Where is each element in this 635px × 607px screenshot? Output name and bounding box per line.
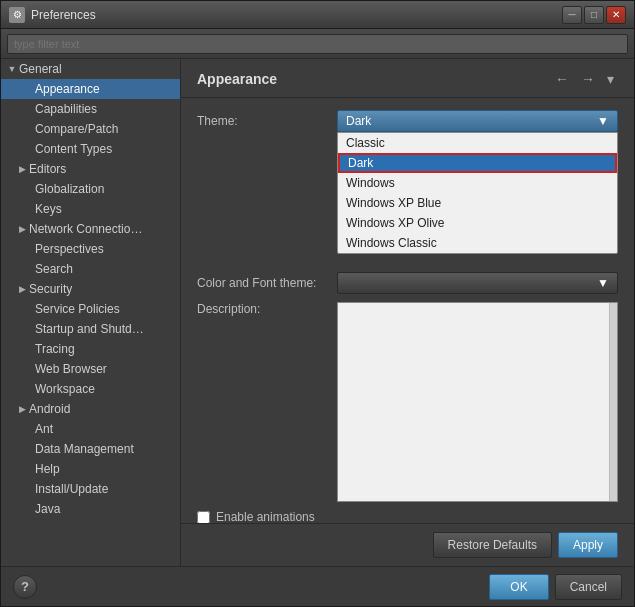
window-title: Preferences [31,8,562,22]
sidebar-label-help: Help [35,462,60,476]
arrow-editors: ▶ [15,162,29,176]
sidebar-item-general[interactable]: ▼ General [1,59,180,79]
arrow-compare-patch [21,122,35,136]
enable-animations-label: Enable animations [216,510,315,523]
arrow-security: ▶ [15,282,29,296]
sidebar-item-data-management[interactable]: Data Management [1,439,180,459]
nav-back-button[interactable]: ← [551,69,573,89]
window-icon: ⚙ [9,7,25,23]
theme-option-windows-xp-olive[interactable]: Windows XP Olive [338,213,617,233]
theme-option-dark[interactable]: Dark [338,153,617,173]
apply-button[interactable]: Apply [558,532,618,558]
right-panel: Appearance ← → ▾ Theme: Dark ▼ [181,59,634,566]
sidebar-label-tracing: Tracing [35,342,75,356]
arrow-globalization [21,182,35,196]
arrow-data-management [21,442,35,456]
sidebar-label-web-browser: Web Browser [35,362,107,376]
sidebar-item-service-policies[interactable]: Service Policies [1,299,180,319]
arrow-web-browser [21,362,35,376]
help-button[interactable]: ? [13,575,37,599]
sidebar-item-startup-shutdown[interactable]: Startup and Shutd… [1,319,180,339]
arrow-ant [21,422,35,436]
description-row: Description: [197,302,618,502]
sidebar-label-android: Android [29,402,70,416]
color-font-dropdown-button[interactable]: ▼ [337,272,618,294]
arrow-service-policies [21,302,35,316]
theme-row: Theme: Dark ▼ Classic Dark Windows Windo… [197,110,618,132]
arrow-perspectives [21,242,35,256]
sidebar-item-keys[interactable]: Keys [1,199,180,219]
description-scrollbar[interactable] [609,303,617,501]
sidebar-label-editors: Editors [29,162,66,176]
panel-body: Theme: Dark ▼ Classic Dark Windows Windo… [181,98,634,523]
theme-option-classic[interactable]: Classic [338,133,617,153]
arrow-workspace [21,382,35,396]
sidebar-item-ant[interactable]: Ant [1,419,180,439]
close-button[interactable]: ✕ [606,6,626,24]
arrow-keys [21,202,35,216]
theme-option-windows-classic[interactable]: Windows Classic [338,233,617,253]
sidebar-item-network-connections[interactable]: ▶ Network Connectio… [1,219,180,239]
arrow-search [21,262,35,276]
sidebar-item-java[interactable]: Java [1,499,180,519]
enable-animations-row: Enable animations [197,510,618,523]
sidebar-item-compare-patch[interactable]: Compare/Patch [1,119,180,139]
panel-header: Appearance ← → ▾ [181,59,634,98]
theme-option-windows[interactable]: Windows [338,173,617,193]
theme-dropdown-button[interactable]: Dark ▼ [337,110,618,132]
arrow-content-types [21,142,35,156]
arrow-tracing [21,342,35,356]
sidebar-item-content-types[interactable]: Content Types [1,139,180,159]
nav-forward-button[interactable]: → [577,69,599,89]
bottom-bar: ? OK Cancel [1,566,634,606]
sidebar-label-search: Search [35,262,73,276]
theme-dropdown-container: Dark ▼ Classic Dark Windows Windows XP B… [337,110,618,132]
sidebar-item-globalization[interactable]: Globalization [1,179,180,199]
panel-footer: Restore Defaults Apply [181,523,634,566]
sidebar-item-android[interactable]: ▶ Android [1,399,180,419]
nav-menu-button[interactable]: ▾ [603,69,618,89]
minimize-button[interactable]: ─ [562,6,582,24]
sidebar-label-general: General [19,62,62,76]
arrow-network: ▶ [15,222,29,236]
sidebar-item-install-update[interactable]: Install/Update [1,479,180,499]
maximize-button[interactable]: □ [584,6,604,24]
theme-label: Theme: [197,114,337,128]
main-content: ▼ General Appearance Capabilities Compar… [1,59,634,566]
sidebar-item-capabilities[interactable]: Capabilities [1,99,180,119]
sidebar-item-search[interactable]: Search [1,259,180,279]
color-font-label: Color and Font theme: [197,276,337,290]
sidebar-label-workspace: Workspace [35,382,95,396]
sidebar-label-appearance: Appearance [35,82,100,96]
sidebar-label-content-types: Content Types [35,142,112,156]
sidebar-item-workspace[interactable]: Workspace [1,379,180,399]
ok-button[interactable]: OK [489,574,548,600]
sidebar-label-ant: Ant [35,422,53,436]
sidebar-item-web-browser[interactable]: Web Browser [1,359,180,379]
sidebar-label-globalization: Globalization [35,182,104,196]
description-box [337,302,618,502]
sidebar-item-editors[interactable]: ▶ Editors [1,159,180,179]
title-bar: ⚙ Preferences ─ □ ✕ [1,1,634,29]
bottom-buttons: OK Cancel [489,574,622,600]
sidebar-label-perspectives: Perspectives [35,242,104,256]
restore-defaults-button[interactable]: Restore Defaults [433,532,552,558]
sidebar-item-help[interactable]: Help [1,459,180,479]
theme-option-windows-xp-blue[interactable]: Windows XP Blue [338,193,617,213]
sidebar-label-security: Security [29,282,72,296]
enable-animations-checkbox[interactable] [197,511,210,524]
color-font-arrow-icon: ▼ [597,276,609,290]
sidebar-item-tracing[interactable]: Tracing [1,339,180,359]
sidebar-item-appearance[interactable]: Appearance [1,79,180,99]
panel-title: Appearance [197,71,277,87]
sidebar-item-perspectives[interactable]: Perspectives [1,239,180,259]
dropdown-arrow-icon: ▼ [597,114,609,128]
sidebar-label-keys: Keys [35,202,62,216]
cancel-button[interactable]: Cancel [555,574,622,600]
arrow-install-update [21,482,35,496]
preferences-window: ⚙ Preferences ─ □ ✕ ▼ General Appearance… [0,0,635,607]
sidebar-item-security[interactable]: ▶ Security [1,279,180,299]
arrow-capabilities [21,102,35,116]
description-label: Description: [197,302,337,316]
filter-input[interactable] [7,34,628,54]
